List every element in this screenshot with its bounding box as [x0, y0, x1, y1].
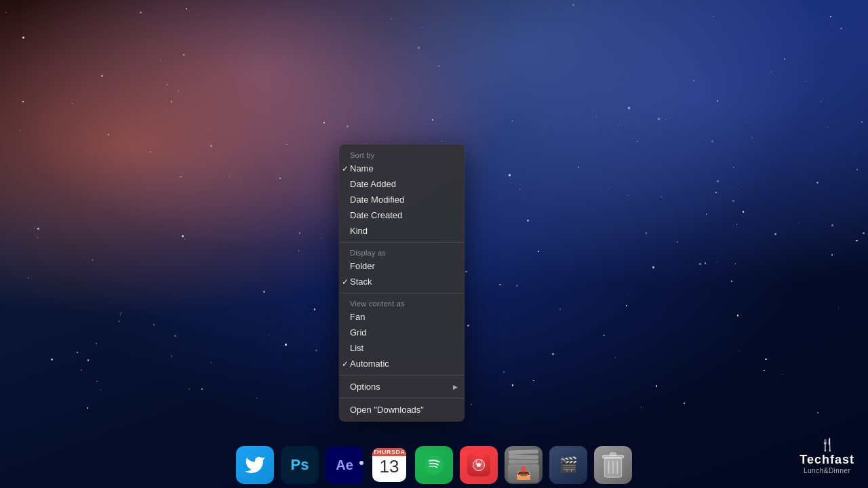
view-content-header: View content as — [339, 297, 465, 309]
options-item[interactable]: Options — [339, 379, 465, 394]
sort-date-modified-label: Date Modified — [350, 195, 404, 205]
display-stack-item[interactable]: ✓ Stack — [339, 274, 465, 289]
trash-icon — [594, 446, 632, 484]
sort-name-check: ✓ — [342, 164, 349, 174]
dock-item-twitter[interactable] — [235, 445, 275, 485]
sort-name-item[interactable]: ✓ Name — [339, 161, 465, 176]
watermark-icon: 🍴 — [800, 437, 854, 452]
dock-item-music[interactable]: ♫ — [458, 445, 499, 485]
view-list-item[interactable]: List — [339, 340, 465, 356]
view-automatic-label: Automatic — [350, 359, 389, 369]
display-folder-item[interactable]: Folder — [339, 258, 465, 274]
dock-item-after-effects[interactable]: Ae — [324, 445, 365, 485]
view-grid-label: Grid — [350, 327, 367, 338]
display-stack-label: Stack — [350, 277, 372, 287]
open-downloads-item[interactable]: Open "Downloads" — [339, 402, 465, 418]
sort-kind-item[interactable]: Kind — [339, 223, 465, 239]
dock: Ps Ae THURSDAY 13 — [0, 434, 868, 488]
dock-item-photoshop[interactable]: Ps — [279, 445, 320, 485]
twitter-icon — [236, 446, 274, 484]
after-effects-icon: Ae — [326, 446, 363, 484]
dock-item-movie-stack[interactable]: 🎬 — [548, 445, 589, 485]
music-icon: ♫ — [460, 446, 498, 484]
downloads-stack-icon: 📥 — [505, 446, 542, 484]
sort-date-added-item[interactable]: Date Added — [339, 176, 465, 192]
options-label: Options — [350, 382, 380, 392]
spotify-icon — [415, 446, 453, 484]
view-automatic-item[interactable]: ✓ Automatic — [339, 356, 465, 371]
svg-text:♫: ♫ — [477, 463, 480, 467]
movie-stack-icon: 🎬 — [549, 446, 587, 484]
view-grid-item[interactable]: Grid — [339, 325, 465, 340]
svg-point-0 — [425, 455, 443, 474]
sort-date-added-label: Date Added — [350, 179, 396, 189]
dock-item-spotify[interactable] — [414, 445, 454, 485]
dock-item-trash[interactable] — [593, 445, 633, 485]
separator-4 — [339, 398, 465, 399]
sort-kind-label: Kind — [350, 226, 368, 236]
sort-date-created-label: Date Created — [350, 210, 402, 220]
sort-date-created-item[interactable]: Date Created — [339, 207, 465, 223]
sort-name-label: Name — [350, 163, 374, 174]
display-stack-check: ✓ — [342, 277, 349, 287]
display-as-header: Display as — [339, 246, 465, 258]
view-automatic-check: ✓ — [342, 359, 349, 369]
dock-item-calendar[interactable]: THURSDAY 13 — [369, 445, 410, 485]
watermark-subtitle: Lunch&Dinner — [800, 467, 854, 474]
context-menu: Sort by ✓ Name Date Added Date Modified … — [339, 144, 465, 422]
calendar-icon: THURSDAY 13 — [370, 446, 408, 484]
separator-2 — [339, 293, 465, 293]
dock-item-downloads-stack[interactable]: 📥 — [503, 445, 544, 485]
watermark-title: Techfast — [800, 453, 854, 467]
open-downloads-label: Open "Downloads" — [350, 405, 424, 415]
view-fan-item[interactable]: Fan — [339, 309, 465, 325]
sort-date-modified-item[interactable]: Date Modified — [339, 192, 465, 207]
separator-3 — [339, 375, 465, 375]
watermark: 🍴 Techfast Lunch&Dinner — [800, 437, 854, 474]
photoshop-icon: Ps — [281, 446, 319, 484]
separator-1 — [339, 242, 465, 243]
svg-rect-7 — [610, 453, 616, 456]
view-fan-label: Fan — [350, 312, 365, 322]
view-list-label: List — [350, 343, 363, 353]
sort-by-header: Sort by — [339, 148, 465, 161]
display-folder-label: Folder — [350, 261, 375, 271]
